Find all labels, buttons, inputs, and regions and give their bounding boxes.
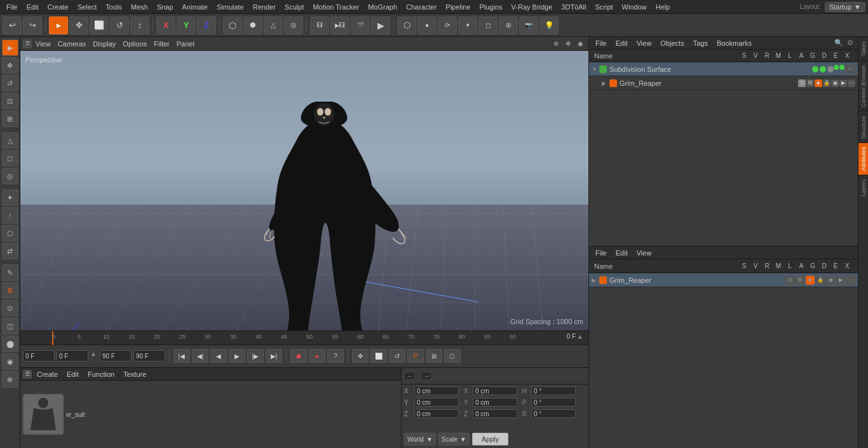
vp-menu-view[interactable]: View — [32, 39, 54, 49]
attr-icon-6[interactable]: ▶ — [836, 276, 845, 285]
viewport-menu-btn[interactable]: ☰ — [23, 39, 32, 48]
coord-b-val[interactable] — [531, 409, 576, 418]
point-mode-btn[interactable]: ◎ — [284, 17, 303, 34]
vp-icon-2[interactable]: ✥ — [562, 38, 574, 50]
tool-pen[interactable]: ✎ — [2, 264, 18, 281]
render-film-btn[interactable]: 🎞 — [310, 17, 329, 34]
obj-dot-green-2[interactable] — [839, 65, 844, 70]
obj-check-3[interactable] — [827, 66, 834, 72]
obj-lock-icon[interactable]: 🔒 — [823, 79, 831, 87]
tab-attributes[interactable]: Attributes — [858, 142, 868, 175]
move-btn[interactable]: ✥ — [69, 17, 88, 34]
obj-more-icon[interactable]: ⋯ — [848, 79, 855, 87]
redo-btn[interactable]: ↪ — [23, 17, 42, 34]
attr-menu-edit[interactable]: Edit — [612, 248, 632, 257]
coord-y-size[interactable] — [473, 398, 517, 407]
undo-btn[interactable]: ↩ — [3, 17, 22, 34]
tab-structure[interactable]: Structure — [858, 111, 868, 143]
coord-z-size[interactable] — [473, 409, 517, 418]
obj-check-1[interactable] — [812, 66, 818, 72]
coord-x-size[interactable] — [473, 386, 517, 395]
menu-select[interactable]: Select — [74, 2, 101, 12]
menu-mesh[interactable]: Mesh — [127, 2, 152, 12]
obj-menu-objects[interactable]: Objects — [656, 39, 688, 48]
obj-search-icon[interactable]: 🔍 — [834, 38, 844, 48]
tool-rotate[interactable]: ↺ — [2, 75, 18, 92]
tool-select[interactable]: ▶ — [2, 39, 18, 56]
tool-s[interactable]: S — [2, 282, 18, 299]
scale-dropdown[interactable]: Scale ▼ — [438, 433, 470, 445]
tab-layers[interactable]: Layers — [858, 175, 868, 200]
menu-plugins[interactable]: Plugins — [475, 2, 506, 12]
tl-record-btn[interactable]: ⏺ — [290, 349, 307, 363]
view-loop-btn[interactable]: ⟳ — [438, 17, 457, 34]
obj-menu-file[interactable]: File — [592, 39, 611, 48]
vp-icon-1[interactable]: ⊕ — [550, 38, 562, 50]
obj-menu-edit[interactable]: Edit — [612, 39, 632, 48]
tab-content-browser[interactable]: Content Browser — [858, 60, 868, 111]
tool-scale[interactable]: ⊡ — [2, 93, 18, 109]
obj-dot-green[interactable] — [834, 65, 839, 70]
attr-icon-4[interactable]: 🔒 — [816, 276, 825, 285]
object-mode-btn[interactable]: ⬡ — [223, 17, 242, 34]
tool-paint[interactable]: ◫ — [2, 318, 18, 334]
tool-knife[interactable]: ✦ — [2, 189, 18, 206]
tl-nav-3[interactable]: ↺ — [389, 349, 405, 363]
tool-bridge[interactable]: ⇄ — [2, 243, 18, 259]
tool-grab[interactable]: ⊙ — [2, 300, 18, 316]
tool-move[interactable]: ✥ — [2, 57, 18, 74]
attr-icon-2[interactable]: ⛓ — [796, 276, 804, 285]
obj-menu-bookmarks[interactable]: Bookmarks — [713, 39, 756, 48]
tl-goto-start[interactable]: |◀ — [173, 349, 190, 363]
tl-nav-4[interactable]: P — [407, 349, 424, 363]
frame-current-input[interactable] — [57, 350, 88, 362]
viewport-3d[interactable]: Y X Z — [20, 51, 588, 330]
view-light-btn[interactable]: 💡 — [539, 17, 559, 34]
mat-create[interactable]: Create — [33, 370, 62, 379]
menu-motion-tracker[interactable]: Motion Tracker — [309, 2, 363, 12]
attr-icon-5[interactable]: ◉ — [826, 276, 835, 285]
menu-mograph[interactable]: MoGraph — [364, 2, 401, 12]
render-preview-btn[interactable]: ▶🎞 — [330, 17, 349, 34]
tl-nav-2[interactable]: ⬜ — [370, 349, 387, 363]
timeline-ruler[interactable]: 0 5 10 15 20 25 30 35 40 45 50 55 60 65 … — [20, 331, 588, 345]
axis-y-btn[interactable]: Y — [177, 17, 196, 34]
view-knife-btn[interactable]: ✦ — [458, 17, 477, 34]
view-grid-btn[interactable]: ⊞ — [499, 17, 518, 34]
menu-simulate[interactable]: Simulate — [213, 2, 248, 12]
obj-vis-icon[interactable]: ◉ — [831, 79, 839, 87]
coord-p-val[interactable] — [531, 398, 576, 407]
tool-edge[interactable]: ◻ — [2, 150, 18, 166]
render-region-btn[interactable]: 🎬 — [351, 17, 370, 34]
menu-render[interactable]: Render — [249, 2, 280, 12]
attr-menu-file[interactable]: File — [592, 248, 611, 257]
transform-btn[interactable]: ↕ — [130, 17, 149, 34]
rotate-btn[interactable]: ↺ — [110, 17, 129, 34]
coord-y-pos[interactable] — [414, 398, 459, 407]
tool-point[interactable]: ◎ — [2, 168, 18, 184]
tl-prev-key[interactable]: ◀| — [192, 349, 208, 363]
tl-auto-key[interactable]: ● — [309, 349, 325, 363]
scale-btn[interactable]: ⬜ — [90, 17, 109, 34]
tool-bevel[interactable]: ⬡ — [2, 225, 18, 241]
mat-edit[interactable]: Edit — [63, 370, 83, 379]
attr-icon-7[interactable]: ⋯ — [846, 276, 855, 285]
tl-goto-end[interactable]: ▶| — [266, 349, 282, 363]
menu-window[interactable]: Window — [618, 2, 651, 12]
tl-help-btn[interactable]: ? — [327, 349, 344, 363]
menu-script[interactable]: Script — [591, 2, 616, 12]
menu-snap[interactable]: Snap — [153, 2, 177, 12]
render-active-btn[interactable]: ▶ — [371, 17, 390, 34]
obj-chain-icon[interactable]: ⛓ — [806, 79, 814, 87]
obj-settings-icon[interactable]: ⚙ — [845, 38, 855, 48]
coord-x-pos[interactable] — [414, 386, 459, 395]
tl-nav-5[interactable]: ⊞ — [426, 349, 442, 363]
object-row-grimreaper[interactable]: ▶ Grim_Reaper ⊡ ⛓ ■ 🔒 ◉ ▶ ⋯ — [589, 76, 858, 90]
apply-button[interactable]: Apply — [472, 433, 509, 445]
menu-tools[interactable]: Tools — [102, 2, 126, 12]
frame-end2-input[interactable] — [133, 350, 165, 362]
object-row-subdivision[interactable]: ▼ Subdivision Surface ⋯ — [589, 62, 858, 76]
world-dropdown[interactable]: World ▼ — [404, 433, 436, 445]
mat-menu-btn[interactable]: ☰ — [23, 370, 32, 379]
tool-polygon[interactable]: △ — [2, 132, 18, 149]
